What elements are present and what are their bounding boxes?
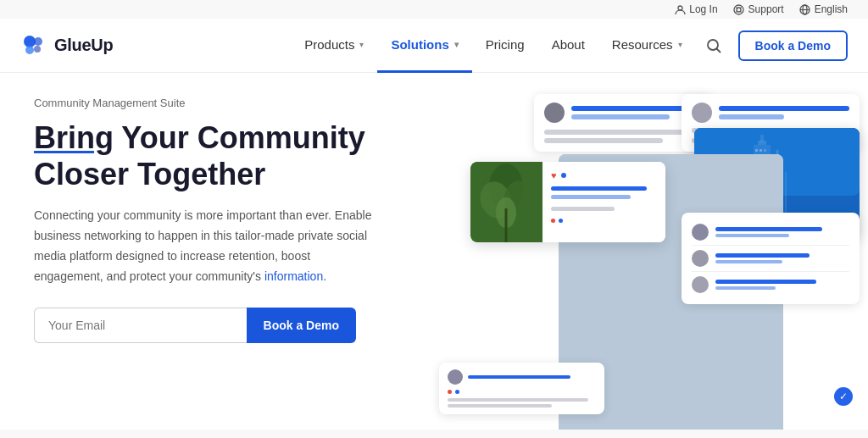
content-line [544,138,663,143]
support-label: Support [748,3,784,15]
svg-line-4 [737,11,738,13]
content-line [468,375,570,379]
content-line [448,398,588,402]
chevron-down-icon: ▾ [359,40,364,49]
content-line [715,234,789,237]
breadcrumb: Community Management Suite [34,97,373,109]
login-label: Log In [689,3,717,15]
avatar [692,276,709,293]
content-line [715,286,776,290]
email-cta-row: Book a Demo [34,308,356,343]
social-card-mid: ♥ [470,162,665,242]
reaction-dot [559,219,563,223]
checkmark-badge: ✓ [834,387,853,406]
content-line [544,130,702,135]
nav-links: Products ▾ Solutions ▾ Pricing About Res… [291,19,848,72]
nav-item-about[interactable]: About [538,19,598,73]
svg-point-13 [34,46,41,53]
avatar [692,224,709,241]
support-link[interactable]: Support [733,3,784,15]
content-line [719,106,849,111]
card-content: ♥ [542,162,665,242]
language-switcher[interactable]: English [799,3,848,15]
content-line [571,114,670,119]
hero-description: Connecting your community is more import… [34,206,373,286]
reaction-dot [455,390,459,394]
hero-title: Bring Your CommunityCloser Together [34,119,373,192]
svg-rect-21 [755,149,758,152]
content-line [448,404,552,408]
svg-line-6 [737,7,738,8]
content-line [715,227,822,231]
support-icon [733,3,745,15]
svg-point-12 [25,46,34,54]
language-label: English [815,3,848,15]
hero-illustration: ♥ [424,81,868,430]
svg-rect-23 [764,149,766,152]
avatar [692,250,709,267]
navbar: GlueUp Products ▾ Solutions ▾ Pricing Ab… [0,19,868,73]
chevron-down-icon: ▾ [678,40,682,49]
nav-item-resources[interactable]: Resources ▾ [598,19,696,73]
svg-rect-22 [760,149,762,152]
svg-rect-20 [760,135,764,141]
svg-point-1 [734,5,743,14]
svg-line-5 [740,11,742,13]
reaction-dot [448,390,452,394]
svg-point-0 [678,6,682,10]
content-line [715,280,816,284]
reaction-dot [551,219,555,223]
avatar [692,103,712,123]
member-list-card [682,213,860,304]
hero-title-bring: Bring [34,120,114,155]
nav-item-pricing[interactable]: Pricing [472,19,538,73]
avatar [448,369,463,385]
book-demo-button[interactable]: Book a Demo [738,30,848,61]
logo-icon [20,32,47,59]
hero-book-demo-button[interactable]: Book a Demo [247,308,356,343]
chevron-down-icon: ▾ [454,40,459,49]
avatar [544,103,565,123]
content-line [551,207,615,211]
nav-item-solutions[interactable]: Solutions ▾ [377,19,471,73]
plant-illustration [470,162,542,242]
content-line [551,195,631,199]
hero-left: Community Management Suite Bring Your Co… [0,73,407,430]
content-line [551,186,647,191]
globe-icon [799,3,811,15]
utility-bar: Log In Support English [0,0,868,19]
social-card-bottom [439,363,604,414]
content-line [715,260,782,263]
search-icon [706,38,721,53]
hero-description-link[interactable]: information. [264,269,326,283]
logo[interactable]: GlueUp [20,32,113,59]
svg-line-3 [740,7,742,8]
email-input[interactable] [34,308,247,343]
hero-right: ♥ [407,73,868,430]
svg-point-11 [34,37,42,46]
login-link[interactable]: Log In [674,3,717,15]
nav-item-products[interactable]: Products ▾ [291,19,377,73]
plant-image [470,162,542,242]
svg-line-15 [716,48,720,52]
hero-section: Community Management Suite Bring Your Co… [0,73,868,430]
login-icon [674,3,686,15]
content-line [715,253,810,258]
reaction-dot [561,173,566,178]
heart-icon: ♥ [551,170,557,180]
search-button[interactable] [696,19,732,72]
logo-text: GlueUp [54,36,113,55]
svg-point-10 [24,36,36,47]
content-line [719,114,784,119]
